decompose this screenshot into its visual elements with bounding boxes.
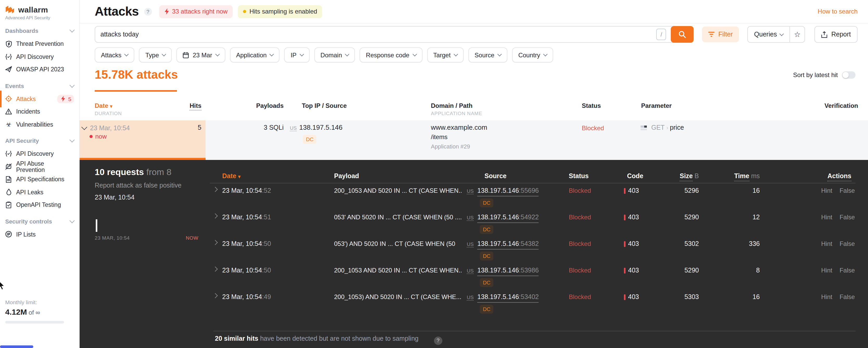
sort-by-latest-hit: Sort by latest hit <box>793 71 856 79</box>
sidebar-item-openapi-testing[interactable]: OpenAPI Testing <box>0 199 79 211</box>
favorite-query-button[interactable]: ☆ <box>789 27 805 42</box>
search-button[interactable] <box>671 26 694 43</box>
country-code[interactable]: US <box>467 188 473 194</box>
hint-action[interactable]: Hint <box>821 187 832 194</box>
chevron-right-icon[interactable] <box>213 293 218 298</box>
attack-hits: 5 <box>175 124 202 131</box>
filter-chip-application[interactable]: Application <box>230 48 279 62</box>
filter-chip-attacks[interactable]: Attacks <box>95 48 134 62</box>
filter-chip-domain[interactable]: Domain <box>314 48 355 62</box>
hit-ip-link[interactable]: 138.197.5.146:55696 <box>477 187 538 196</box>
sidebar-item-threat-prevention[interactable]: Threat Prevention <box>0 37 79 50</box>
hit-payload[interactable]: 200_1053 AND 5020 IN ... CT (CASE WHEN..… <box>334 187 462 194</box>
hit-ip-link[interactable]: 138.197.5.146:54382 <box>477 240 538 250</box>
chevron-right-icon[interactable] <box>213 213 218 219</box>
hit-row[interactable]: 23 Mar, 10:54:49200_1053) AND 5020 IN ..… <box>79 293 868 320</box>
sidebar-section-dashboards[interactable]: Dashboards <box>5 28 74 34</box>
country-code[interactable]: US <box>467 241 473 248</box>
hit-payload[interactable]: 053') AND 5020 IN ... CT (CASE WHEN (50 <box>334 240 462 248</box>
sidebar-item-incidents[interactable]: Incidents <box>0 105 79 118</box>
hint-action[interactable]: Hint <box>821 293 832 300</box>
detail-col-date[interactable]: Date ▾ <box>222 172 240 180</box>
sidebar-item-owasp-api-2023[interactable]: OWASP API 2023 <box>0 63 79 76</box>
filter-chip-23-mar[interactable]: 23 Mar <box>177 48 225 62</box>
chevron-right-icon[interactable] <box>213 266 218 272</box>
filter-chip-target[interactable]: Target <box>427 48 464 62</box>
help-icon[interactable]: ? <box>144 7 152 16</box>
hit-time: 16 <box>708 293 760 300</box>
hit-row[interactable]: 23 Mar, 10:54:52200_1053 AND 5020 IN ...… <box>79 187 868 213</box>
queries-button[interactable]: Queries <box>748 27 789 42</box>
sidebar-section-events[interactable]: Events <box>5 83 74 89</box>
false-action[interactable]: False <box>840 213 855 221</box>
hit-status: Blocked <box>569 187 591 194</box>
attack-payloads[interactable]: 3 SQLi <box>231 124 284 131</box>
sidebar-item-api-abuse-prevention[interactable]: API Abuse Prevention <box>0 160 79 173</box>
hit-date: 23 Mar, 10:54:50 <box>222 267 271 274</box>
datacenter-tag[interactable]: DC <box>480 199 494 207</box>
datacenter-tag[interactable]: DC <box>480 278 494 287</box>
attack-datacenter-tag[interactable]: DC <box>303 135 317 144</box>
datacenter-tag[interactable]: DC <box>480 252 494 260</box>
help-icon[interactable]: ? <box>434 336 442 345</box>
attack-row[interactable]: 23 Mar, 10:54 now 5 3 SQLi US 138.197.5.… <box>79 120 868 160</box>
false-action[interactable]: False <box>840 267 855 274</box>
country-code[interactable]: US <box>467 294 473 300</box>
hit-ip-link[interactable]: 138.197.5.146:53402 <box>477 293 538 303</box>
false-action[interactable]: False <box>840 293 855 300</box>
sidebar-item-vulnerabilities[interactable]: ☣Vulnerabilities <box>0 118 79 131</box>
hit-payload[interactable]: 053' AND 5020 IN ... CT (CASE WHEN (50 .… <box>334 213 462 221</box>
filter-chip-type[interactable]: Type <box>139 48 172 62</box>
hit-row[interactable]: 23 Mar, 10:54:50200_1053 AND 5020 IN ...… <box>79 267 868 293</box>
sidebar-item-api-specifications[interactable]: API Specifications <box>0 173 79 186</box>
slash-shortcut-key: / <box>656 29 666 40</box>
false-action[interactable]: False <box>840 187 855 194</box>
false-action[interactable]: False <box>840 240 855 248</box>
filter-chip-source[interactable]: Source <box>468 48 507 62</box>
col-hits[interactable]: Hits <box>175 102 202 109</box>
report-button[interactable]: Report <box>815 26 858 43</box>
attack-row-expander[interactable]: 23 Mar, 10:54 <box>82 124 130 132</box>
sidebar-item-api-discovery[interactable]: API Discovery <box>0 50 79 63</box>
search-input[interactable] <box>95 31 656 38</box>
hint-action[interactable]: Hint <box>821 213 832 221</box>
sidebar-section-api-security[interactable]: API Security <box>5 138 74 144</box>
hit-date: 23 Mar, 10:54:50 <box>222 240 271 248</box>
sort-toggle[interactable] <box>842 71 856 79</box>
detail-col-size[interactable]: Size B <box>647 172 699 180</box>
country-code[interactable]: US <box>467 268 473 274</box>
detail-col-time[interactable]: Time ms <box>708 172 760 180</box>
hit-ip-link[interactable]: 138.197.5.146:53986 <box>477 267 538 276</box>
attacks-now-badge[interactable]: 33 attacks right now <box>159 5 232 18</box>
filter-chip-country[interactable]: Country <box>512 48 553 62</box>
filter-button[interactable]: Filter <box>702 27 739 42</box>
sidebar-item-label: OWASP API 2023 <box>16 66 64 73</box>
sidebar-section-security-controls[interactable]: Security controls <box>5 218 74 224</box>
country-code[interactable]: US <box>467 215 473 221</box>
biohazard-icon: ☣ <box>5 121 12 128</box>
sidebar-item-attacks[interactable]: Attacks5 <box>0 92 79 105</box>
col-date[interactable]: Date ▾ <box>95 102 113 109</box>
attack-ip[interactable]: 138.197.5.146 <box>299 123 342 131</box>
hit-payload[interactable]: 200_1053) AND 5020 IN ... CT (CASE WHE..… <box>334 293 462 300</box>
how-to-search-link[interactable]: How to search <box>818 8 858 15</box>
sidebar-item-api-leaks[interactable]: API Leaks <box>0 186 79 199</box>
detail-col-actions[interactable]: Actions <box>799 172 851 180</box>
datacenter-tag[interactable]: DC <box>480 225 494 234</box>
filter-chip-response-code[interactable]: Response code <box>360 48 422 62</box>
chevron-right-icon[interactable] <box>213 187 218 192</box>
attack-country[interactable]: US <box>290 125 297 131</box>
chevron-right-icon[interactable] <box>213 240 218 245</box>
sidebar-item-api-discovery[interactable]: API Discovery <box>0 147 79 160</box>
hit-actions: HintFalse <box>821 187 855 194</box>
hint-action[interactable]: Hint <box>821 267 832 274</box>
datacenter-tag[interactable]: DC <box>480 305 494 314</box>
hit-row[interactable]: 23 Mar, 10:54:51053' AND 5020 IN ... CT … <box>79 213 868 240</box>
hit-ip-link[interactable]: 138.197.5.146:54922 <box>477 213 538 223</box>
hint-action[interactable]: Hint <box>821 240 832 248</box>
hit-payload[interactable]: 200_1053 AND 5020 IN ... CT (CASE WHEN..… <box>334 267 462 274</box>
hit-row[interactable]: 23 Mar, 10:54:50053') AND 5020 IN ... CT… <box>79 240 868 267</box>
filter-chip-ip[interactable]: IP <box>284 48 310 62</box>
sidebar-item-ip-lists[interactable]: IP Lists <box>0 228 79 241</box>
hit-actions: HintFalse <box>821 240 855 248</box>
